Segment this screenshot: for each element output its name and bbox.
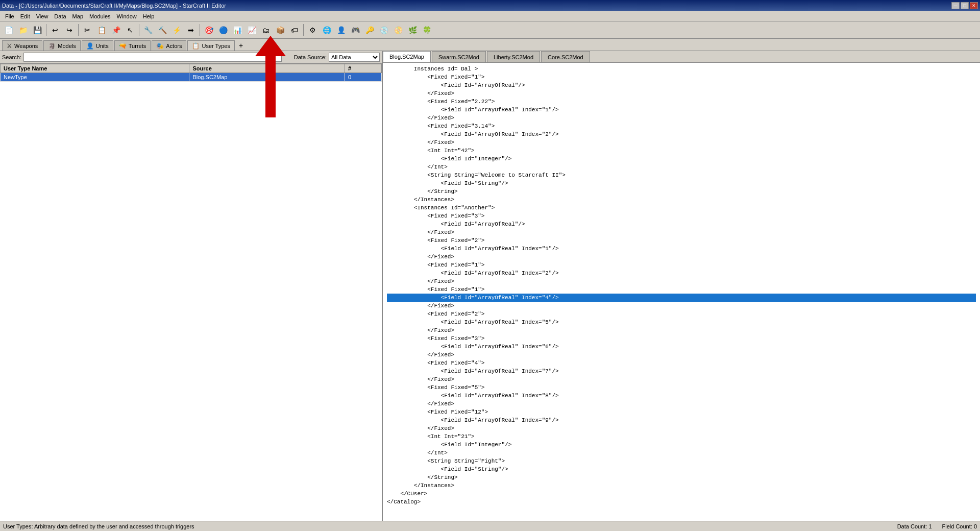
xml-line-18[interactable]: <Fixed Fixed="3"> xyxy=(387,212,976,220)
tb-copy[interactable]: 📋 xyxy=(95,23,108,37)
tb-btn10[interactable]: 📦 xyxy=(274,23,287,37)
tab-units[interactable]: 👤 Units xyxy=(82,40,113,51)
xml-line-25[interactable]: <Field Id="ArrayOfReal" Index="2"/> xyxy=(387,269,976,277)
tab-add-button[interactable]: + xyxy=(236,40,246,51)
tab-actors[interactable]: 🎭 Actors xyxy=(152,40,186,51)
menu-file[interactable]: File xyxy=(2,12,17,20)
tb-btn19[interactable]: 🌿 xyxy=(406,23,419,37)
xml-line-8[interactable]: <Field Id="ArrayOfReal" Index="2"/> xyxy=(387,130,976,138)
xml-line-27[interactable]: <Fixed Fixed="1"> xyxy=(387,285,976,294)
tb-btn13[interactable]: 🌐 xyxy=(320,23,333,37)
tb-save[interactable]: 💾 xyxy=(31,23,44,37)
tb-btn16[interactable]: 🔑 xyxy=(363,23,376,37)
xml-line-12[interactable]: </Int> xyxy=(387,163,976,171)
menu-modules[interactable]: Modules xyxy=(86,12,114,20)
sc2map-tab-blog[interactable]: Blog.SC2Map xyxy=(383,51,431,62)
xml-line-52[interactable]: </CUser> xyxy=(387,490,976,498)
xml-line-46[interactable]: <Field Id="Integer"/> xyxy=(387,441,976,449)
xml-line-16[interactable]: </Instances> xyxy=(387,196,976,204)
xml-line-24[interactable]: <Fixed Fixed="1"> xyxy=(387,261,976,269)
tb-btn1[interactable]: 🔧 xyxy=(141,23,155,37)
xml-line-22[interactable]: <Field Id="ArrayOfReal" Index="1"/> xyxy=(387,245,976,253)
xml-line-35[interactable]: </Fixed> xyxy=(387,351,976,359)
xml-line-9[interactable]: </Fixed> xyxy=(387,138,976,147)
xml-line-14[interactable]: <Field Id="String"/> xyxy=(387,179,976,187)
xml-line-32[interactable]: </Fixed> xyxy=(387,326,976,334)
xml-line-33[interactable]: <Fixed Fixed="3"> xyxy=(387,334,976,343)
tb-btn20[interactable]: 🍀 xyxy=(420,23,433,37)
xml-line-37[interactable]: <Field Id="ArrayOfReal" Index="7"/> xyxy=(387,367,976,375)
xml-line-49[interactable]: <Field Id="String"/> xyxy=(387,465,976,473)
close-button[interactable]: ✕ xyxy=(970,2,978,9)
xml-line-10[interactable]: <Int Int="42"> xyxy=(387,147,976,155)
tb-btn14[interactable]: 👤 xyxy=(334,23,348,37)
menu-edit[interactable]: Edit xyxy=(17,12,33,20)
xml-line-29[interactable]: </Fixed> xyxy=(387,302,976,310)
xml-line-21[interactable]: <Fixed Fixed="2"> xyxy=(387,236,976,245)
xml-line-45[interactable]: <Int Int="21"> xyxy=(387,432,976,441)
xml-line-47[interactable]: </Int> xyxy=(387,449,976,457)
xml-line-42[interactable]: <Fixed Fixed="12"> xyxy=(387,408,976,416)
tb-btn3[interactable]: ⚡ xyxy=(170,23,183,37)
menu-view[interactable]: View xyxy=(33,12,52,20)
menu-help[interactable]: Help xyxy=(140,12,158,20)
xml-line-40[interactable]: <Field Id="ArrayOfReal" Index="8"/> xyxy=(387,392,976,400)
xml-line-48[interactable]: <String String="Fight"> xyxy=(387,457,976,465)
xml-line-28[interactable]: <Field Id="ArrayOfReal" Index="4"/> xyxy=(387,294,976,302)
xml-line-19[interactable]: <Field Id="ArrayOfReal"/> xyxy=(387,220,976,228)
tb-redo[interactable]: ↪ xyxy=(63,23,76,37)
xml-line-2[interactable]: <Field Id="ArrayOfReal"/> xyxy=(387,81,976,89)
xml-line-3[interactable]: </Fixed> xyxy=(387,89,976,98)
tb-cut[interactable]: ✂ xyxy=(81,23,94,37)
tb-btn7[interactable]: 📊 xyxy=(231,23,244,37)
xml-line-53[interactable]: </Catalog> xyxy=(387,498,976,506)
xml-line-36[interactable]: <Fixed Fixed="4"> xyxy=(387,359,976,367)
sc2map-tab-liberty[interactable]: Liberty.SC2Mod xyxy=(487,51,540,62)
tab-turrets[interactable]: 🔫 Turrets xyxy=(114,40,151,51)
xml-line-13[interactable]: <String String="Welcome to Starcraft II"… xyxy=(387,171,976,179)
menu-map[interactable]: Map xyxy=(69,12,86,20)
tab-weapons[interactable]: ⚔ Weapons xyxy=(2,40,42,51)
tb-btn8[interactable]: 📈 xyxy=(245,23,258,37)
tb-select[interactable]: ↖ xyxy=(124,23,137,37)
xml-line-17[interactable]: <Instances Id="Another"> xyxy=(387,204,976,212)
tb-btn5[interactable]: 🎯 xyxy=(202,23,215,37)
maximize-button[interactable]: □ xyxy=(961,2,969,9)
tb-undo[interactable]: ↩ xyxy=(48,23,62,37)
xml-line-0[interactable]: Instances Id= Dal > xyxy=(387,65,976,73)
xml-line-30[interactable]: <Fixed Fixed="2"> xyxy=(387,310,976,318)
sc2map-tab-swarm[interactable]: Swarm.SC2Mod xyxy=(432,51,486,62)
tb-btn6[interactable]: 🔵 xyxy=(216,23,230,37)
col-count[interactable]: # xyxy=(345,64,381,73)
tb-btn2[interactable]: 🔨 xyxy=(156,23,169,37)
xml-line-43[interactable]: <Field Id="ArrayOfReal" Index="9"/> xyxy=(387,416,976,424)
xml-line-26[interactable]: </Fixed> xyxy=(387,277,976,285)
data-source-select[interactable]: All Data Blog.SC2Map Swarm.SC2Mod Libert… xyxy=(329,53,380,62)
xml-line-31[interactable]: <Field Id="ArrayOfReal" Index="5"/> xyxy=(387,318,976,326)
menu-data[interactable]: Data xyxy=(51,12,69,20)
xml-line-15[interactable]: </String> xyxy=(387,187,976,196)
tb-btn4[interactable]: ➡ xyxy=(184,23,198,37)
tb-btn9[interactable]: 🗂 xyxy=(259,23,273,37)
search-input[interactable] xyxy=(23,53,282,62)
tab-user-types[interactable]: 📋 User Types xyxy=(187,40,234,51)
xml-line-11[interactable]: <Field Id="Integer"/> xyxy=(387,155,976,163)
xml-line-4[interactable]: <Fixed Fixed="2.22"> xyxy=(387,98,976,106)
col-source[interactable]: Source xyxy=(189,64,345,73)
tb-btn12[interactable]: ⚙ xyxy=(306,23,319,37)
xml-line-50[interactable]: </String> xyxy=(387,473,976,481)
xml-line-7[interactable]: <Fixed Fixed="3.14"> xyxy=(387,122,976,130)
tab-models[interactable]: 🗿 Models xyxy=(43,40,80,51)
tb-new[interactable]: 📄 xyxy=(2,23,15,37)
xml-line-51[interactable]: </Instances> xyxy=(387,481,976,490)
xml-line-41[interactable]: </Fixed> xyxy=(387,400,976,408)
menu-window[interactable]: Window xyxy=(114,12,140,20)
xml-line-1[interactable]: <Fixed Fixed="1"> xyxy=(387,73,976,81)
minimize-button[interactable]: ─ xyxy=(951,2,960,9)
tb-btn17[interactable]: 💿 xyxy=(377,23,390,37)
tb-paste[interactable]: 📌 xyxy=(109,23,122,37)
xml-line-34[interactable]: <Field Id="ArrayOfReal" Index="6"/> xyxy=(387,343,976,351)
xml-editor[interactable]: Instances Id= Dal > <Fixed Fixed="1"> <F… xyxy=(383,63,980,521)
sc2map-tab-core[interactable]: Core.SC2Mod xyxy=(541,51,590,62)
tb-btn18[interactable]: 📀 xyxy=(391,23,405,37)
